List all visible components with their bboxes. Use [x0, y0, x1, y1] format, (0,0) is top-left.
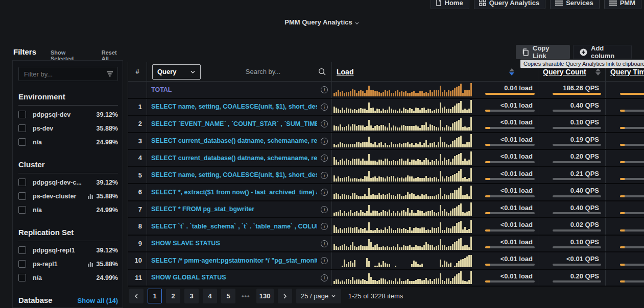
query-link[interactable]: TOTAL [151, 86, 172, 93]
page-button-2[interactable]: 2 [166, 289, 180, 303]
query-link[interactable]: SELECT current_database() datname, schem… [151, 155, 317, 162]
filter-input[interactable] [19, 67, 117, 81]
query-count-bar [553, 264, 601, 266]
filter-item-label[interactable]: ps-dev [33, 125, 97, 132]
query-count-cell: 0.40 QPS [538, 201, 606, 218]
info-icon[interactable]: i [321, 138, 328, 145]
query-link[interactable]: SHOW GLOBAL STATUS [151, 274, 226, 281]
query-link[interactable]: SELECT /* pmm-agent:pgstatmonitor */ "pg… [151, 257, 317, 264]
table-body: TOTALi0.04 load186.26 QPS1SELECT name, s… [128, 82, 644, 287]
table-row: 4SELECT current_database() datname, sche… [128, 150, 644, 167]
search-input[interactable] [208, 68, 318, 75]
bar-chart-icon[interactable] [87, 193, 93, 199]
filter-item-percent: 35.88% [97, 193, 118, 200]
query-link[interactable]: SHOW SLAVE STATUS [151, 240, 220, 247]
nav-button-query-analytics[interactable]: Query Analytics [474, 0, 546, 9]
grid-icon [479, 0, 486, 6]
add-column-button[interactable]: Add column [573, 45, 632, 59]
copy-link-label: Copy Link [533, 44, 564, 60]
load-sort-link[interactable]: Load [337, 68, 353, 76]
nav-button-services[interactable]: Services [550, 0, 600, 9]
sort-icon[interactable] [509, 68, 514, 75]
checkbox[interactable] [18, 178, 26, 186]
query-time-bar [620, 178, 644, 180]
query-time-bar [620, 280, 644, 283]
load-bar [485, 144, 535, 146]
checkbox[interactable] [18, 124, 26, 132]
query-count-cell: 0.10 QPS [538, 116, 606, 132]
filter-item: ps-dev-cluster35.88% [18, 189, 118, 203]
info-icon[interactable]: i [321, 206, 328, 213]
page-button-3[interactable]: 3 [184, 289, 199, 303]
filter-section-database: DatabaseShow all (14) [18, 296, 118, 304]
info-icon[interactable]: i [321, 120, 328, 127]
nav-button-pmm[interactable]: PMM [604, 0, 641, 9]
info-icon[interactable]: i [321, 155, 328, 162]
query-time-cell [606, 270, 644, 286]
filter-item-percent: 39.12% [97, 111, 118, 118]
info-icon[interactable]: i [321, 172, 328, 179]
query-link[interactable]: SELECT *, extract($1 from now() - last_a… [151, 189, 317, 196]
query-dimension-dropdown[interactable]: Query [152, 64, 201, 80]
filter-item-label[interactable]: pdpgsql-dev-c... [33, 179, 97, 186]
search-icon[interactable] [318, 68, 326, 76]
filter-item-label[interactable]: n/a [33, 207, 97, 214]
filter-item-label[interactable]: ps-repl1 [33, 261, 87, 268]
bar-chart-icon[interactable] [87, 261, 93, 267]
query-time-sort-link[interactable]: Query Time [610, 68, 644, 76]
query-link[interactable]: SELECT name, setting, COALESCE(unit, $1)… [151, 171, 317, 178]
filter-item-label[interactable]: pdpgsql-repl1 [33, 247, 97, 254]
query-cell: SELECT `t` . `table_schema` , `t` . `tab… [147, 218, 332, 235]
info-icon[interactable]: i [321, 86, 328, 93]
page-button-4[interactable]: 4 [203, 289, 217, 303]
next-page-button[interactable] [278, 289, 292, 303]
query-link[interactable]: SELECT `t` . `table_schema` , `t` . `tab… [151, 223, 317, 230]
query-count-sort-link[interactable]: Query Count [543, 68, 586, 76]
last-page-button[interactable]: 130 [256, 289, 274, 303]
info-icon[interactable]: i [321, 274, 328, 281]
load-value: <0.01 load [500, 136, 533, 143]
filter-item-label[interactable]: ps-dev-cluster [33, 193, 87, 200]
checkbox[interactable] [18, 206, 26, 214]
checkbox[interactable] [18, 138, 26, 146]
nav-button-home[interactable]: Home [431, 0, 469, 9]
load-cell: <0.01 load [332, 133, 538, 149]
checkbox[interactable] [18, 246, 26, 254]
load-value: <0.01 load [500, 101, 533, 109]
filters-panel: Environmentpdpgsql-dev39.12%ps-dev35.88%… [12, 60, 123, 308]
page-button-5[interactable]: 5 [221, 289, 235, 303]
page-size-select[interactable]: 25 / page [296, 289, 341, 303]
info-icon[interactable]: i [321, 104, 328, 111]
info-icon[interactable]: i [321, 189, 328, 196]
query-count-bar [553, 195, 601, 197]
info-icon[interactable]: i [321, 257, 328, 264]
query-link[interactable]: SELECT `EVENT_NAME` , `COUNT_STAR` , `SU… [151, 120, 317, 127]
page-button-1[interactable]: 1 [148, 289, 162, 303]
load-value: <0.01 load [500, 255, 533, 263]
query-link[interactable]: SELECT * FROM pg_stat_bgwriter [151, 206, 254, 213]
query-time-bar [620, 195, 644, 197]
query-count-cell: 0.19 QPS [538, 133, 606, 149]
checkbox[interactable] [18, 260, 26, 268]
show-all-link[interactable]: Show all (14) [78, 297, 118, 304]
query-link[interactable]: SELECT name, setting, COALESCE(unit, $1)… [151, 103, 317, 110]
page-size-label: 25 / page [301, 292, 328, 300]
filter-item-label[interactable]: n/a [33, 274, 97, 281]
checkbox[interactable] [18, 192, 26, 200]
query-count-bar [553, 93, 601, 95]
sort-icon[interactable] [595, 68, 601, 75]
chevron-down-icon[interactable] [354, 21, 360, 25]
filter-item-label[interactable]: pdpgsql-dev [33, 111, 97, 118]
checkbox[interactable] [18, 274, 26, 281]
checkbox[interactable] [18, 111, 26, 118]
query-time-cell [606, 201, 644, 218]
prev-page-button[interactable] [129, 289, 144, 303]
query-link[interactable]: SELECT current_database() datname, schem… [151, 137, 317, 144]
row-number: 6 [128, 184, 147, 200]
filter-funnel-icon[interactable] [106, 71, 113, 77]
info-icon[interactable]: i [321, 223, 328, 230]
info-icon[interactable]: i [321, 240, 328, 247]
copy-link-button[interactable]: Copy Link [516, 45, 570, 59]
query-count-cell: 0.10 QPS [538, 236, 606, 252]
filter-item-label[interactable]: n/a [33, 139, 97, 146]
